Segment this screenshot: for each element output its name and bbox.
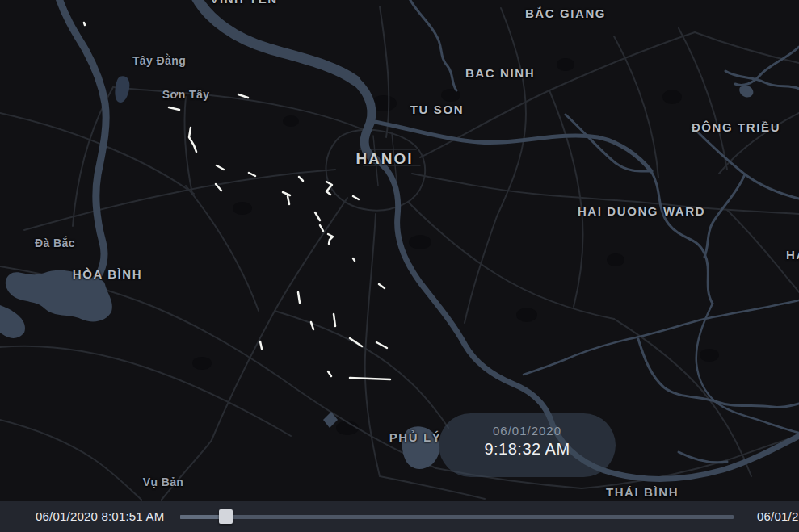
timeline-end-label: 06/01/2 [757,501,798,532]
basemap [0,0,799,501]
current-time-text: 9:18:32 AM [439,440,616,459]
map-time-visualization-app: { "map_labels": { "vinh_yen": "VINH YEN"… [0,0,799,532]
current-time-tooltip: 06/01/2020 9:18:32 AM [439,413,616,477]
trip-trail [84,23,85,25]
timeline-bar: 06/01/2020 8:01:51 AM 06/01/2 [0,501,799,532]
timeline-start-label: 06/01/2020 8:01:51 AM [36,501,164,532]
current-date-text: 06/01/2020 [439,424,616,438]
trip-trail [353,258,355,261]
timeline-slider-handle[interactable] [219,509,233,524]
timeline-slider-track[interactable] [180,515,734,519]
map-canvas[interactable]: VINH YEN BẮC GIANG BAC NINH TU SON HANOI… [0,0,799,501]
